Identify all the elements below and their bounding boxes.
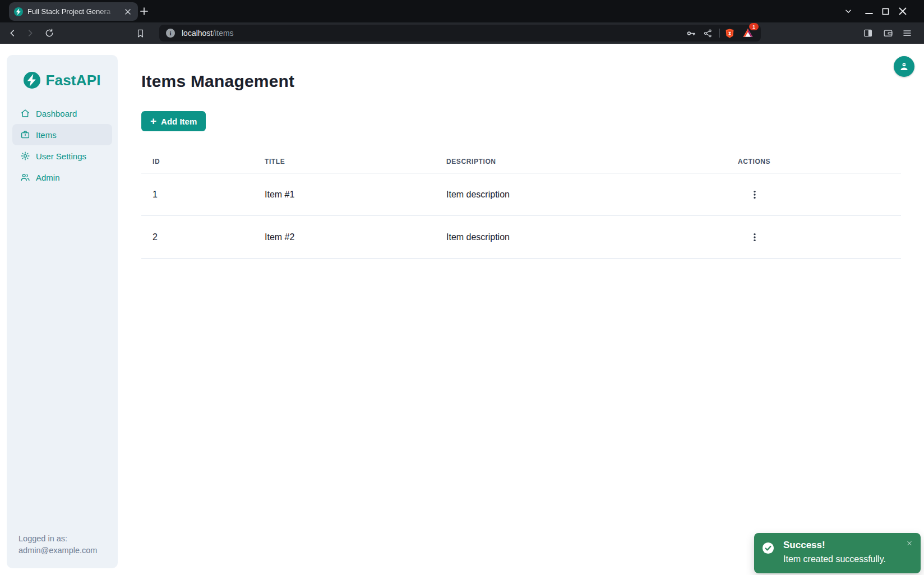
user-avatar-button[interactable] bbox=[894, 56, 914, 77]
close-icon bbox=[899, 7, 907, 15]
page-title: Items Management bbox=[141, 72, 294, 91]
row-actions-button[interactable] bbox=[747, 187, 763, 203]
menu-button[interactable] bbox=[900, 26, 914, 40]
reload-button[interactable] bbox=[43, 26, 56, 40]
key-icon bbox=[686, 28, 696, 39]
table-row: 2 Item #2 Item description bbox=[141, 216, 901, 259]
close-icon bbox=[907, 540, 912, 547]
new-tab-button[interactable] bbox=[138, 5, 150, 17]
kebab-icon bbox=[750, 233, 759, 242]
arrow-back-icon bbox=[7, 28, 17, 38]
table-row: 1 Item #1 Item description bbox=[141, 173, 901, 216]
app-logo: FastAPI bbox=[7, 72, 118, 89]
cell-description: Item description bbox=[435, 216, 727, 259]
kebab-icon bbox=[750, 190, 759, 199]
row-actions-button[interactable] bbox=[747, 229, 763, 245]
close-icon bbox=[125, 9, 131, 15]
tab-close-button[interactable] bbox=[123, 7, 133, 17]
wallet-icon bbox=[883, 28, 893, 38]
reload-icon bbox=[44, 28, 54, 38]
sidebar-panel-button[interactable] bbox=[861, 26, 875, 40]
items-table: ID TITLE DESCRIPTION ACTIONS 1 Item #1 I… bbox=[141, 150, 901, 259]
success-toast: Success! Item created successfully. bbox=[754, 533, 921, 573]
fastapi-logo-icon bbox=[24, 72, 40, 89]
users-icon bbox=[20, 172, 30, 182]
cell-description: Item description bbox=[435, 173, 727, 216]
briefcase-icon bbox=[20, 130, 30, 140]
minimize-button[interactable] bbox=[862, 4, 876, 18]
sidebar-item-dashboard[interactable]: Dashboard bbox=[12, 103, 112, 124]
fastapi-favicon-icon bbox=[14, 7, 23, 16]
browser-tab[interactable]: Full Stack Project Genera bbox=[9, 2, 138, 21]
table-header-row: ID TITLE DESCRIPTION ACTIONS bbox=[141, 150, 901, 173]
add-item-button[interactable]: + Add Item bbox=[141, 111, 206, 131]
arrow-forward-icon bbox=[25, 28, 35, 38]
minimize-icon bbox=[865, 7, 873, 15]
maximize-icon bbox=[882, 8, 889, 15]
wallet-button[interactable] bbox=[881, 26, 895, 40]
bookmark-icon bbox=[136, 29, 145, 38]
addressbar-divider bbox=[719, 29, 720, 38]
sidebar-item-label: Items bbox=[36, 130, 57, 140]
browser-titlebar: Full Stack Project Genera bbox=[0, 0, 924, 22]
cell-actions bbox=[727, 216, 901, 259]
url-text: localhost/items bbox=[182, 25, 234, 42]
sidebar-footer: Logged in as: admin@example.com bbox=[19, 533, 97, 556]
url-host: localhost bbox=[182, 29, 212, 38]
logged-in-label: Logged in as: bbox=[19, 533, 97, 545]
cell-id: 2 bbox=[141, 216, 253, 259]
maximize-button[interactable] bbox=[879, 4, 892, 18]
chevron-down-icon bbox=[844, 7, 852, 15]
site-info-icon[interactable]: i bbox=[166, 29, 175, 38]
cell-id: 1 bbox=[141, 173, 253, 216]
password-key-button[interactable] bbox=[685, 27, 697, 39]
toast-message: Item created successfully. bbox=[783, 554, 886, 564]
app-sidebar: FastAPI Dashboard Items User Settings Ad… bbox=[7, 55, 118, 568]
column-header-title: TITLE bbox=[253, 150, 435, 173]
back-button[interactable] bbox=[6, 26, 19, 40]
tab-search-button[interactable] bbox=[842, 4, 855, 18]
column-header-id: ID bbox=[141, 150, 253, 173]
toast-close-button[interactable] bbox=[904, 537, 915, 549]
sidebar-nav: Dashboard Items User Settings Admin bbox=[7, 103, 118, 188]
tab-title: Full Stack Project Genera bbox=[27, 7, 118, 16]
toast-title: Success! bbox=[783, 540, 825, 551]
share-button[interactable] bbox=[701, 27, 714, 39]
user-icon bbox=[898, 61, 910, 72]
url-path: /items bbox=[212, 29, 233, 38]
add-item-label: Add Item bbox=[161, 117, 197, 126]
logged-in-email: admin@example.com bbox=[19, 545, 97, 556]
rewards-notification-badge: 1 bbox=[749, 23, 759, 30]
forward-button[interactable] bbox=[24, 26, 37, 40]
column-header-actions: ACTIONS bbox=[727, 150, 901, 173]
column-header-description: DESCRIPTION bbox=[435, 150, 727, 173]
close-window-button[interactable] bbox=[896, 4, 909, 18]
plus-icon bbox=[140, 7, 148, 15]
cell-actions bbox=[727, 173, 901, 216]
app-logo-text: FastAPI bbox=[45, 72, 100, 89]
hamburger-icon bbox=[902, 28, 912, 38]
sidebar-item-items[interactable]: Items bbox=[12, 124, 112, 145]
check-circle-icon bbox=[762, 542, 774, 554]
plus-icon: + bbox=[150, 116, 156, 126]
shield-icon bbox=[724, 28, 735, 39]
bookmark-button[interactable] bbox=[133, 26, 147, 40]
address-bar[interactable]: i localhost/items 1 bbox=[159, 25, 761, 42]
brave-shield-button[interactable] bbox=[723, 27, 736, 39]
home-icon bbox=[20, 108, 30, 118]
sidebar-item-label: Dashboard bbox=[36, 109, 77, 118]
sidebar-item-label: Admin bbox=[36, 173, 60, 182]
share-icon bbox=[703, 29, 713, 38]
gear-icon bbox=[20, 151, 30, 161]
sidebar-item-admin[interactable]: Admin bbox=[12, 167, 112, 188]
cell-title: Item #1 bbox=[253, 173, 435, 216]
sidebar-item-user-settings[interactable]: User Settings bbox=[12, 145, 112, 167]
sidebar-item-label: User Settings bbox=[36, 151, 86, 161]
side-panel-icon bbox=[863, 28, 873, 38]
cell-title: Item #2 bbox=[253, 216, 435, 259]
